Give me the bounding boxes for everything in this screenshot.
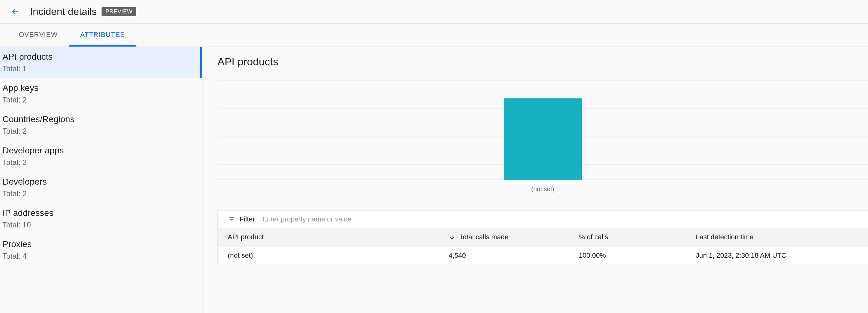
- filter-label: Filter: [240, 215, 255, 223]
- sidebar-item-developers[interactable]: Developers Total: 2: [0, 172, 202, 203]
- sidebar-item-total: Total: 2: [2, 127, 200, 135]
- header: Incident details PREVIEW: [0, 0, 868, 24]
- preview-badge: PREVIEW: [101, 7, 136, 16]
- col-total-calls[interactable]: Total calls made: [439, 228, 569, 247]
- chart-tick: [543, 180, 544, 184]
- sidebar-item-label: App keys: [2, 83, 200, 93]
- sidebar-item-total: Total: 4: [2, 252, 200, 260]
- col-total-calls-label: Total calls made: [459, 233, 509, 241]
- sidebar-item-ip-addresses[interactable]: IP addresses Total: 10: [0, 203, 202, 234]
- sidebar-item-countries-regions[interactable]: Countries/Regions Total: 2: [0, 109, 202, 140]
- chart-category-label: (not set): [531, 186, 554, 193]
- filter-icon: [228, 216, 235, 223]
- filter-input[interactable]: [262, 215, 858, 223]
- sidebar-item-label: Proxies: [2, 239, 200, 249]
- col-last-detection[interactable]: Last detection time: [686, 228, 868, 247]
- tab-attributes[interactable]: ATTRIBUTES: [69, 24, 136, 46]
- sidebar-item-app-keys[interactable]: App keys Total: 2: [0, 78, 202, 109]
- cell-total-calls: 4,540: [439, 247, 569, 265]
- page-title: Incident details: [30, 6, 97, 18]
- cell-pct-calls: 100.00%: [569, 247, 686, 265]
- back-button[interactable]: [7, 4, 23, 19]
- filter-bar: Filter: [217, 210, 868, 228]
- cell-api-product: (not set): [218, 247, 439, 265]
- sidebar-item-total: Total: 2: [2, 96, 200, 104]
- table-header-row: API product Total calls made % of calls …: [218, 228, 868, 247]
- tabs: OVERVIEW ATTRIBUTES: [0, 24, 868, 47]
- tab-overview[interactable]: OVERVIEW: [7, 24, 69, 46]
- col-pct-calls[interactable]: % of calls: [569, 228, 686, 247]
- table-row[interactable]: (not set)4,540100.00%Jun 1, 2023, 2:30:1…: [218, 247, 868, 265]
- sidebar-item-label: IP addresses: [2, 208, 200, 218]
- sidebar-item-label: API products: [2, 52, 200, 62]
- body: API products Total: 1 App keys Total: 2 …: [0, 47, 868, 313]
- api-products-table: API product Total calls made % of calls …: [217, 228, 868, 265]
- sidebar-item-total: Total: 10: [2, 221, 200, 229]
- sidebar-item-developer-apps[interactable]: Developer apps Total: 2: [0, 140, 202, 172]
- arrow-down-icon: [449, 234, 456, 241]
- arrow-left-icon: [11, 7, 19, 17]
- chart-bar: [504, 98, 582, 180]
- sidebar-item-label: Countries/Regions: [2, 114, 200, 124]
- main-content: API products (not set) Filter: [203, 47, 868, 313]
- cell-last-detection: Jun 1, 2023, 2:30:18 AM UTC: [686, 247, 868, 265]
- sidebar-item-label: Developers: [2, 177, 200, 187]
- sidebar-item-total: Total: 2: [2, 189, 200, 198]
- attribute-sidebar: API products Total: 1 App keys Total: 2 …: [0, 47, 203, 313]
- section-title: API products: [217, 56, 868, 68]
- sidebar-item-total: Total: 2: [2, 158, 200, 167]
- sidebar-item-label: Developer apps: [2, 146, 200, 156]
- chart-gridline: [217, 80, 868, 81]
- sidebar-item-total: Total: 1: [2, 64, 200, 73]
- col-api-product[interactable]: API product: [218, 228, 439, 247]
- sidebar-item-proxies[interactable]: Proxies Total: 4: [0, 234, 202, 265]
- api-products-chart: (not set): [217, 80, 868, 193]
- sidebar-item-api-products[interactable]: API products Total: 1: [0, 47, 202, 78]
